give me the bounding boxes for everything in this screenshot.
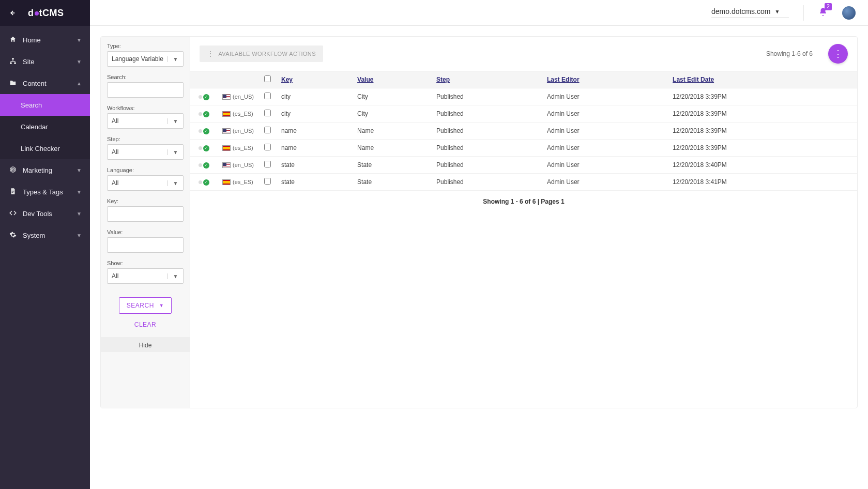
status-dot-icon	[199, 95, 202, 99]
col-key-label: Key	[281, 76, 293, 83]
published-check-icon: ✓	[203, 162, 209, 169]
clear-button[interactable]: CLEAR	[134, 321, 157, 328]
table-row[interactable]: ✓(en_US)nameNamePublishedAdmin User12/20…	[190, 123, 857, 140]
col-step[interactable]: Step	[431, 71, 542, 88]
doc-icon	[8, 188, 18, 196]
lang-code: (en_US)	[233, 162, 254, 168]
cell-editor: Admin User	[542, 174, 667, 191]
table-row[interactable]: ✓(es_ES)stateStatePublishedAdmin User12/…	[190, 174, 857, 191]
flag-es-icon	[222, 111, 231, 117]
divider	[803, 5, 804, 21]
host-switcher[interactable]: demo.dotcms.com ▼	[711, 7, 789, 18]
cell-date: 12/20/2018 3:41PM	[667, 174, 857, 191]
cell-value: State	[352, 157, 431, 174]
nav-item-home[interactable]: Home▼	[0, 29, 90, 51]
cell-select	[259, 174, 276, 191]
row-checkbox[interactable]	[264, 127, 271, 133]
filter-type-label: Type:	[107, 43, 184, 49]
search-button[interactable]: SEARCH ▼	[119, 297, 172, 314]
workflow-actions-label: AVAILABLE WORKFLOW ACTIONS	[218, 51, 315, 57]
filter-show-select[interactable]: All ▼	[107, 268, 184, 284]
filter-value-input[interactable]	[107, 237, 184, 253]
sitemap-icon	[8, 57, 18, 66]
cell-lang: (en_US)	[217, 157, 259, 174]
nav-sub-calendar[interactable]: Calendar	[0, 116, 90, 137]
back-button[interactable]	[6, 7, 18, 19]
hide-filters-button[interactable]: Hide	[101, 338, 190, 352]
status-dot-icon	[199, 163, 202, 167]
published-check-icon: ✓	[203, 145, 209, 151]
select-all-checkbox[interactable]	[264, 75, 271, 82]
filter-workflows-select[interactable]: All ▼	[107, 113, 184, 129]
nav: Home▼Site▼Content▲SearchCalendarLink Che…	[0, 26, 90, 246]
row-checkbox[interactable]	[264, 161, 271, 167]
workflow-actions-button[interactable]: ⋮ AVAILABLE WORKFLOW ACTIONS	[200, 45, 323, 62]
chevron-down-icon: ▼	[167, 180, 183, 186]
filter-workflows-value: All	[108, 117, 167, 125]
chevron-down-icon: ▼	[77, 189, 82, 195]
cell-value: City	[352, 88, 431, 105]
nav-item-label: Content	[23, 80, 47, 87]
col-editor[interactable]: Last Editor	[542, 71, 667, 88]
lang-code: (en_US)	[233, 128, 254, 134]
filter-key-input[interactable]	[107, 206, 184, 222]
nav-item-content[interactable]: Content▲	[0, 72, 90, 94]
filter-value-label: Value:	[107, 229, 184, 235]
add-content-button[interactable]: ⋮	[828, 44, 848, 64]
filter-step-select[interactable]: All ▼	[107, 144, 184, 160]
col-date[interactable]: Last Edit Date	[667, 71, 857, 88]
caret-down-icon: ▼	[774, 9, 780, 14]
row-checkbox[interactable]	[264, 110, 271, 116]
chevron-down-icon: ▼	[77, 233, 82, 238]
published-check-icon: ✓	[203, 94, 209, 100]
flag-us-icon	[222, 94, 231, 100]
col-value[interactable]: Value	[352, 71, 431, 88]
cell-select	[259, 157, 276, 174]
chevron-down-icon: ▼	[77, 211, 82, 217]
filter-language-select[interactable]: All ▼	[107, 175, 184, 191]
table-row[interactable]: ✓(es_ES)cityCityPublishedAdmin User12/20…	[190, 105, 857, 123]
avatar[interactable]	[842, 6, 856, 20]
nav-item-dev-tools[interactable]: Dev Tools▼	[0, 203, 90, 224]
nav-sub-search[interactable]: Search	[0, 94, 90, 116]
table-row[interactable]: ✓(en_US)cityCityPublishedAdmin User12/20…	[190, 88, 857, 105]
chevron-down-icon: ▼	[167, 118, 183, 124]
notifications-button[interactable]: 2	[818, 7, 828, 18]
filter-type-select[interactable]: Language Variable ▼	[107, 51, 184, 67]
cell-status: ✓	[190, 88, 217, 105]
sidebar: dtCMS Home▼Site▼Content▲SearchCalendarLi…	[0, 0, 90, 489]
col-key[interactable]: Key	[276, 71, 352, 88]
results-panel: ⋮ AVAILABLE WORKFLOW ACTIONS Showing 1-6…	[190, 37, 857, 408]
chevron-up-icon: ▲	[77, 81, 82, 86]
logo-post: tCMS	[39, 8, 64, 18]
cell-step: Published	[431, 174, 542, 191]
cell-date: 12/20/2018 3:40PM	[667, 157, 857, 174]
cell-key: state	[276, 157, 352, 174]
filter-search-input[interactable]	[107, 82, 184, 98]
cell-step: Published	[431, 105, 542, 123]
row-checkbox[interactable]	[264, 93, 271, 99]
lang-code: (es_ES)	[233, 145, 253, 151]
nav-item-marketing[interactable]: Marketing▼	[0, 159, 90, 181]
nav-item-label: Dev Tools	[23, 210, 52, 218]
nav-item-system[interactable]: System▼	[0, 224, 90, 246]
flag-es-icon	[222, 179, 231, 185]
nav-item-label: Site	[23, 58, 34, 66]
nav-sub-link-checker[interactable]: Link Checker	[0, 137, 90, 159]
table-row[interactable]: ✓(en_US)stateStatePublishedAdmin User12/…	[190, 157, 857, 174]
table-row[interactable]: ✓(es_ES)nameNamePublishedAdmin User12/20…	[190, 140, 857, 157]
nav-item-types-tags[interactable]: Types & Tags▼	[0, 181, 90, 203]
workarea: Type: Language Variable ▼ Search: Workfl…	[90, 26, 868, 489]
chevron-down-icon: ▼	[77, 167, 82, 173]
cell-date: 12/20/2018 3:39PM	[667, 105, 857, 123]
filter-search: Search:	[107, 74, 184, 98]
filter-show: Show: All ▼	[107, 260, 184, 284]
row-checkbox[interactable]	[264, 144, 271, 150]
cell-editor: Admin User	[542, 88, 667, 105]
row-checkbox[interactable]	[264, 178, 271, 185]
nav-item-site[interactable]: Site▼	[0, 51, 90, 72]
host-label: demo.dotcms.com	[711, 7, 770, 16]
flag-us-icon	[222, 162, 231, 168]
col-date-label: Last Edit Date	[673, 76, 714, 83]
cell-editor: Admin User	[542, 105, 667, 123]
